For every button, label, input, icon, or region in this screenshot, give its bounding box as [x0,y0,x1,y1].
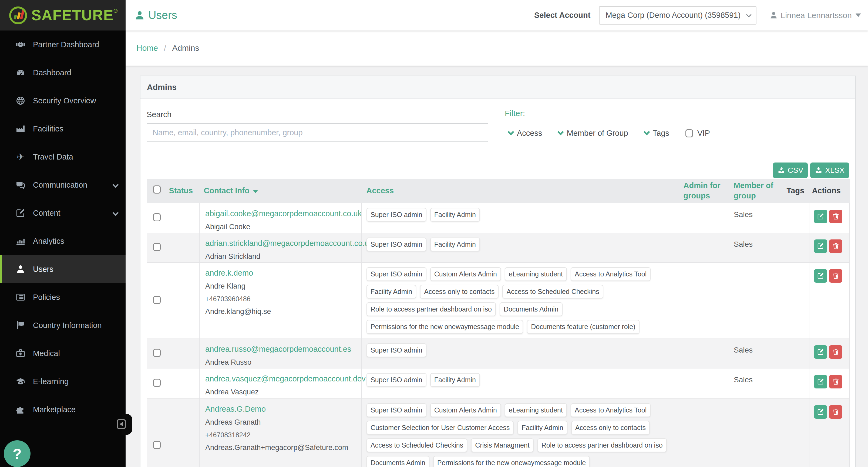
column-header-member-of-group[interactable]: Member of group [729,179,785,203]
column-header-contact-info[interactable]: Contact Info [199,179,362,203]
contact-cell: abigail.cooke@megacorpdemoaccount.co.ukA… [199,203,362,233]
sidebar-item-label: Dashboard [33,68,71,77]
filter-tags[interactable]: Tags [643,129,669,138]
admins-panel: Admins Search Filter: Access Member of G… [140,75,856,467]
row-checkbox[interactable] [153,213,161,221]
sidebar-item-country-information[interactable]: Country Information [0,311,126,339]
row-checkbox[interactable] [153,441,161,449]
edit-user-button[interactable] [814,210,827,223]
access-badge: Role to access partner dashboard on iso [537,438,667,452]
delete-user-button[interactable] [829,375,842,389]
brand-logo[interactable]: SAFETURE® [0,0,126,31]
contact-detail: Abigail Cooke [205,223,359,231]
medkit-icon [15,348,26,358]
sidebar-item-medical[interactable]: Medical [0,339,126,367]
sidebar-item-security-overview[interactable]: Security Overview [0,87,126,115]
row-checkbox[interactable] [153,243,161,251]
user-login-link[interactable]: andrea.russo@megacorpdemoaccount.es [205,345,351,354]
sidebar-nav: Partner Dashboard Dashboard Security Ove… [0,31,126,424]
select-all-checkbox[interactable] [153,186,161,194]
panel-title: Admins [141,76,855,99]
export-xlsx-button[interactable]: XLSX [810,163,849,178]
contact-detail: +46708318242 [205,431,359,439]
sidebar-item-partner-dashboard[interactable]: Partner Dashboard [0,31,126,59]
member-of-group-cell: Sales [729,203,785,233]
sidebar-item-communication[interactable]: Communication [0,171,126,199]
user-login-link[interactable]: abigail.cooke@megacorpdemoaccount.co.uk [205,209,362,218]
account-select[interactable]: Mega Corp (Demo Account) (3598591) [599,6,756,25]
member-of-group-cell: Sales [729,368,785,398]
sidebar-collapse-button[interactable] [117,419,126,429]
contact-cell: adrian.strickland@megacorpdemoaccount.co… [199,233,362,262]
row-checkbox[interactable] [153,379,161,387]
sidebar-item-travel-data[interactable]: ✈ Travel Data [0,143,126,171]
admin-for-groups-cell [679,338,729,368]
access-badge: Facility Admin [430,238,480,251]
delete-user-button[interactable] [829,269,842,282]
edit-user-button[interactable] [814,345,827,359]
sidebar-item-label: Security Overview [33,96,96,105]
sidebar-item-marketplace[interactable]: Marketplace [0,396,126,424]
member-of-group-cell: Sales [729,233,785,262]
download-icon [815,167,823,174]
edit-user-button[interactable] [814,405,827,419]
delete-user-button[interactable] [829,239,842,253]
access-badge: Role to access partner dashboard on iso [367,302,496,316]
sidebar-item-facilities[interactable]: Facilities [0,115,126,143]
filter-access[interactable]: Access [507,129,542,138]
sidebar-item-content[interactable]: Content [0,199,126,227]
handshake-icon [15,40,26,49]
edit-user-button[interactable] [814,239,827,253]
user-login-link[interactable]: andrea.vasquez@megacorpdemoaccount.dev [205,374,366,383]
vip-checkbox[interactable] [685,129,693,137]
sidebar-item-label: Country Information [33,321,102,330]
filter-member-of-group[interactable]: Member of Group [557,129,628,138]
sidebar-item-users[interactable]: Users [0,255,126,283]
user-login-link[interactable]: andre.k.demo [205,269,253,277]
sidebar-item-e-learning[interactable]: E-learning [0,367,126,396]
table-row: andrea.vasquez@megacorpdemoaccount.devAn… [147,368,849,398]
row-checkbox[interactable] [153,349,161,357]
contact-detail: Andrea Russo [205,358,359,367]
column-header-access[interactable]: Access [362,179,679,203]
vip-label: VIP [697,129,710,138]
trash-icon [832,272,839,279]
plane-icon: ✈ [15,152,26,161]
chevron-down-icon [557,129,564,135]
column-header-admin-for-groups[interactable]: Admin for groups [679,179,729,203]
sidebar-item-label: Analytics [33,237,64,246]
export-csv-button[interactable]: CSV [773,163,808,178]
column-header-status[interactable]: Status [167,179,199,203]
breadcrumb-current: Admins [172,43,199,53]
sidebar-item-policies[interactable]: Policies [0,283,126,311]
access-badge: Super ISO admin [367,403,427,417]
sidebar-item-dashboard[interactable]: Dashboard [0,59,126,87]
pen-square-icon [15,208,26,218]
bar-chart-icon [15,236,26,246]
delete-user-button[interactable] [829,210,842,223]
tags-cell [785,203,809,233]
sidebar-item-analytics[interactable]: Analytics [0,227,126,255]
user-login-link[interactable]: Andreas.G.Demo [205,405,266,413]
table-row: abigail.cooke@megacorpdemoaccount.co.ukA… [147,203,849,233]
access-badge: Facility Admin [430,373,480,387]
tags-cell [785,368,809,398]
search-label: Search [147,110,849,119]
breadcrumb-home-link[interactable]: Home [136,43,158,53]
user-menu[interactable]: Linnea Lennartsson [769,11,861,20]
member-of-group-cell: Sales [729,338,785,368]
row-checkbox[interactable] [153,296,161,304]
search-input[interactable] [147,123,488,142]
list-icon [15,292,26,302]
trash-icon [832,408,839,415]
user-login-link[interactable]: adrian.strickland@megacorpdemoaccount.co… [205,239,373,248]
delete-user-button[interactable] [829,345,842,359]
edit-user-button[interactable] [814,375,827,389]
edit-icon [817,348,824,356]
delete-user-button[interactable] [829,405,842,419]
help-button[interactable]: ? [4,440,31,467]
edit-user-button[interactable] [814,269,827,282]
table-row: andre.k.demoAndre Klang+46703960486Andre… [147,262,849,338]
actions-cell [809,368,849,398]
users-table: Status Contact Info Access Admin for gro… [147,179,849,467]
